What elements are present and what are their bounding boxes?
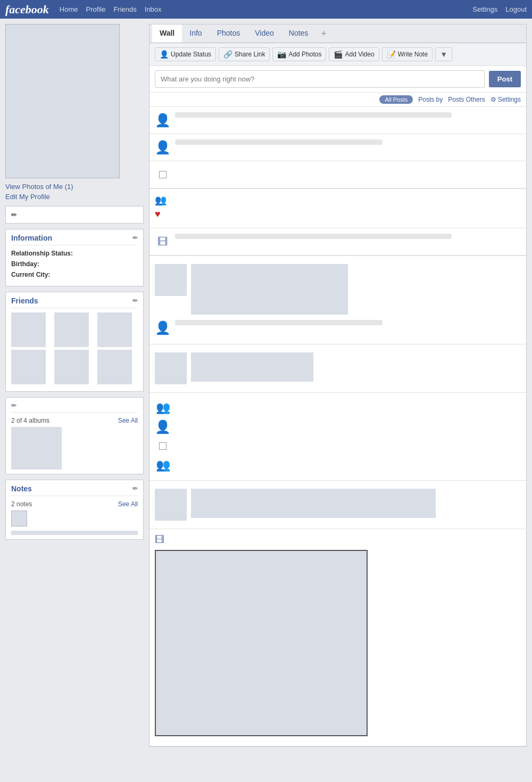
- feed-small-thumb-2: [155, 352, 187, 384]
- notes-count-row: 2 notes See All: [11, 500, 138, 508]
- status-box: Post: [149, 66, 526, 93]
- tab-photos[interactable]: Photos: [210, 24, 248, 43]
- notes-edit-icon[interactable]: ✏: [132, 485, 138, 492]
- feed-avatar-1: 👤: [155, 112, 171, 128]
- note-icon: 📝: [387, 50, 396, 59]
- all-posts-button[interactable]: All Posts: [379, 95, 413, 104]
- group-icon-1: 👥: [155, 194, 167, 206]
- notes-section: Notes ✏ 2 notes See All: [5, 480, 144, 540]
- user-icon: 👤: [160, 50, 169, 59]
- add-photos-label: Add Photos: [288, 51, 321, 58]
- share-link-button[interactable]: 🔗 Share Link: [219, 47, 270, 61]
- group-icon-3: 👥: [156, 458, 170, 472]
- information-title: Information: [11, 234, 52, 242]
- feed-item-8b: 👤: [155, 417, 521, 437]
- feed-item-6: 👤: [149, 256, 526, 344]
- filter-settings-link[interactable]: ⚙ Settings: [491, 96, 521, 103]
- tab-add-icon[interactable]: +: [315, 26, 332, 42]
- posts-by-link[interactable]: Posts by: [418, 96, 443, 103]
- edit-profile-link[interactable]: Edit My Profile: [5, 193, 144, 201]
- video-icon: 🎬: [334, 50, 343, 59]
- tab-video[interactable]: Video: [247, 24, 281, 43]
- write-note-label: Write Note: [398, 51, 428, 58]
- add-photos-button[interactable]: 📷 Add Photos: [272, 47, 326, 61]
- settings-icon: ⚙: [491, 96, 496, 103]
- information-edit-icon[interactable]: ✏: [132, 234, 138, 242]
- feed-content-5: [175, 234, 521, 241]
- feed-item-3: [149, 161, 526, 188]
- nav-links: Home Profile Friends Inbox: [60, 5, 162, 13]
- share-link-label: Share Link: [235, 51, 265, 58]
- tab-notes[interactable]: Notes: [281, 24, 316, 43]
- feed-wide-thumb: [191, 489, 436, 518]
- feed-large-thumb-1: [191, 264, 348, 315]
- nav-inbox[interactable]: Inbox: [145, 5, 162, 13]
- checkbox-icon-2: [159, 442, 167, 450]
- feed-item-10: 🎞: [149, 529, 526, 746]
- status-input[interactable]: [155, 70, 485, 88]
- nav-settings[interactable]: Settings: [472, 5, 497, 13]
- tab-wall[interactable]: Wall: [152, 24, 182, 43]
- facebook-logo: facebook: [5, 3, 49, 17]
- feed-item-8c: [155, 437, 521, 456]
- add-video-label: Add Video: [345, 51, 374, 58]
- friends-edit-icon[interactable]: ✏: [132, 297, 138, 304]
- feed-content-6: [175, 320, 521, 327]
- albums-header: ✏: [11, 402, 138, 413]
- relationship-status-label: Relationship Status:: [11, 250, 73, 257]
- albums-count: 2 of 4 albums: [11, 417, 49, 424]
- tab-info[interactable]: Info: [182, 24, 209, 43]
- albums-see-all[interactable]: See All: [118, 417, 138, 424]
- nav-friends[interactable]: Friends: [113, 5, 136, 13]
- nav-profile[interactable]: Profile: [86, 5, 106, 13]
- information-section: Information ✏ Relationship Status: Birth…: [5, 229, 144, 286]
- feed: 👤 👤: [149, 107, 526, 746]
- feed-avatar-2: 👤: [155, 139, 171, 155]
- friends-section: Friends ✏: [5, 292, 144, 392]
- nav-logout[interactable]: Logout: [505, 5, 527, 13]
- notes-see-all[interactable]: See All: [118, 500, 138, 508]
- note-thumbnail[interactable]: [11, 511, 27, 526]
- feed-item-8: 👥 👤 👥: [149, 393, 526, 481]
- friend-thumb-4[interactable]: [11, 350, 46, 384]
- link-icon: 🔗: [223, 50, 232, 59]
- view-photos-link[interactable]: View Photos of Me (1): [5, 183, 144, 191]
- feed-item-8a: 👥: [155, 398, 521, 417]
- feed-avatar-8d: 👥: [155, 457, 171, 473]
- friend-thumb-2[interactable]: [54, 312, 89, 347]
- albums-edit-icon[interactable]: ✏: [11, 402, 16, 409]
- bio-edit-icon[interactable]: ✏: [11, 211, 17, 219]
- nav-home[interactable]: Home: [60, 5, 78, 13]
- feed-item-7: [149, 344, 526, 393]
- sidebar-scroll-bar[interactable]: [11, 531, 138, 535]
- birthday-row: Birthday:: [11, 260, 138, 268]
- feed-avatar-8b: 👤: [155, 419, 171, 435]
- feed-item-2: 👤: [149, 134, 526, 161]
- write-note-button[interactable]: 📝 Write Note: [382, 47, 433, 61]
- feed-content-2: [175, 139, 521, 147]
- feed-video-embed[interactable]: [155, 550, 368, 736]
- top-navigation: facebook Home Profile Friends Inbox Sett…: [0, 0, 532, 19]
- post-button[interactable]: Post: [489, 71, 521, 87]
- friend-thumb-3[interactable]: [97, 312, 132, 347]
- user-silhouette-icon-1: 👤: [155, 113, 171, 128]
- friends-grid: [11, 312, 138, 384]
- feed-line-5: [175, 234, 452, 239]
- friend-thumb-5[interactable]: [54, 350, 89, 384]
- update-status-label: Update Status: [171, 51, 211, 58]
- friend-thumb-6[interactable]: [97, 350, 132, 384]
- update-status-button[interactable]: 👤 Update Status: [155, 47, 216, 61]
- album-thumbnail[interactable]: [11, 427, 62, 470]
- feed-avatar-6: 👤: [155, 320, 171, 336]
- action-dropdown-button[interactable]: ▼: [435, 47, 452, 61]
- posts-by-others-link[interactable]: Posts Others: [448, 96, 485, 103]
- add-video-button[interactable]: 🎬 Add Video: [329, 47, 379, 61]
- left-sidebar: View Photos of Me (1) Edit My Profile ✏ …: [5, 24, 144, 747]
- albums-count-row: 2 of 4 albums See All: [11, 417, 138, 424]
- profile-photo: [5, 24, 120, 178]
- feed-image-block-2: [155, 352, 521, 384]
- feed-image-block-1: [155, 264, 521, 315]
- friend-thumb-1[interactable]: [11, 312, 46, 347]
- checkbox-icon-1: [159, 171, 167, 178]
- current-city-label: Current City:: [11, 271, 50, 278]
